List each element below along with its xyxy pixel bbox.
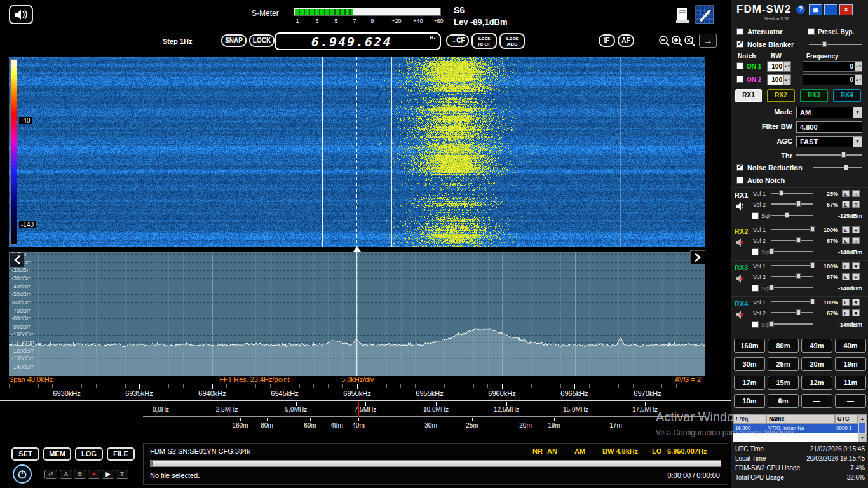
band-button-spare1[interactable]: — — [801, 394, 832, 408]
ruler-band-label[interactable]: 160m — [232, 422, 248, 429]
memory-row-selected[interactable]: 16.300 VTX1 Indian Na 0000 1 — [733, 424, 858, 433]
notch2-freq-spinner[interactable]: 0 ▲▼ — [803, 74, 862, 85]
record-button[interactable]: ● — [88, 470, 100, 479]
window-restore-button[interactable]: ▣ — [809, 4, 822, 15]
noise-blanker-slider[interactable] — [809, 41, 862, 48]
rx4-vol1-slider[interactable] — [771, 298, 813, 305]
snap-button[interactable]: SNAP — [221, 34, 247, 47]
marker-a-button[interactable]: A — [60, 470, 72, 479]
zoom-out-button[interactable] — [658, 35, 670, 47]
attenuator-checkbox[interactable] — [736, 28, 743, 35]
band-button-6m[interactable]: 6m — [768, 394, 799, 408]
rx1-vol2-right-button[interactable]: R — [852, 201, 860, 208]
full-span-ruler[interactable]: 0,0Hz 2,5MHz 5,0MHz 7,5MHz 10,0MHz 12,5M… — [0, 400, 731, 440]
notch1-freq-spinner[interactable]: 0 ▲▼ — [803, 61, 862, 72]
help-button[interactable]: ? — [796, 5, 805, 14]
zoom-reset-button[interactable] — [684, 35, 696, 47]
tab-rx2[interactable]: RX2 — [767, 89, 795, 102]
waterfall-settings-button[interactable] — [695, 5, 714, 24]
chevron-down-icon[interactable]: ▼ — [853, 107, 862, 118]
rx1-sql-checkbox[interactable] — [752, 212, 759, 219]
notch1-freq-arrows[interactable]: ▲▼ — [855, 62, 862, 71]
rx4-vol2-slider[interactable] — [771, 309, 813, 316]
rx1-vol2-left-button[interactable]: L — [842, 201, 850, 208]
filter-bw-select[interactable]: 4.800 — [796, 121, 862, 133]
auto-notch-checkbox[interactable] — [736, 177, 743, 184]
rx2-vol2-slider[interactable] — [771, 236, 813, 243]
notch2-checkbox[interactable] — [736, 76, 743, 83]
col-header-freq[interactable]: Freq — [733, 414, 766, 424]
to-cf-button[interactable]: →CF — [446, 34, 469, 47]
tab-rx1[interactable]: RX1 — [735, 89, 762, 102]
rx3-left-button[interactable]: L — [842, 262, 850, 269]
ruler-band-label[interactable]: 49m — [330, 422, 342, 429]
noise-reduction-slider[interactable] — [813, 164, 862, 171]
rx3-vol2-left-button[interactable]: L — [842, 273, 850, 280]
next-arrow-button[interactable]: → — [699, 34, 717, 48]
file-button[interactable]: FILE — [107, 447, 135, 461]
rx2-vol1-slider[interactable] — [771, 226, 813, 233]
ruler-band-label[interactable]: 30m — [424, 422, 437, 429]
ruler-band-label[interactable]: 20m — [519, 422, 531, 429]
ruler-band-label[interactable]: 80m — [261, 422, 273, 429]
band-button-17m[interactable]: 17m — [734, 376, 765, 390]
af-button[interactable]: AF — [618, 34, 634, 47]
rx3-vol2-right-button[interactable]: R — [852, 273, 860, 280]
lock-abs-button[interactable]: Lock ABS — [499, 33, 525, 49]
notch1-bw-spinner[interactable]: 100 ▲▼ — [767, 61, 791, 72]
rx4-vol2-left-button[interactable]: L — [842, 309, 850, 316]
band-button-10m[interactable]: 10m — [734, 394, 765, 408]
zoom-in-button[interactable] — [671, 35, 683, 47]
rx2-left-button[interactable]: L — [842, 226, 850, 233]
rx1-vol2-slider[interactable] — [771, 200, 813, 207]
band-button-12m[interactable]: 12m — [801, 376, 832, 390]
set-button[interactable]: SET — [11, 447, 39, 461]
rx2-right-button[interactable]: R — [852, 226, 860, 233]
ruler-band-label[interactable]: 60m — [304, 422, 316, 429]
scroll-down-icon[interactable]: ▼ — [858, 434, 866, 442]
col-header-utc[interactable]: UTC — [835, 414, 858, 424]
notch1-bw-arrows[interactable]: ▲▼ — [783, 62, 790, 71]
rx4-sql-checkbox[interactable] — [752, 321, 759, 328]
notch1-checkbox[interactable] — [736, 62, 743, 69]
rx2-sql-slider[interactable] — [771, 248, 813, 255]
window-minimize-button[interactable]: — — [824, 4, 837, 15]
tab-rx3[interactable]: RX3 — [800, 89, 828, 102]
band-button-160m[interactable]: 160m — [734, 339, 765, 353]
mode-select[interactable]: AM ▼ — [796, 107, 862, 118]
rx3-vol1-slider[interactable] — [771, 262, 813, 269]
log-button[interactable]: LOG — [75, 447, 103, 461]
band-button-11m[interactable]: 11m — [835, 376, 866, 390]
rx1-sql-slider[interactable] — [771, 212, 813, 219]
ruler-band-label[interactable]: 19m — [548, 422, 560, 429]
rx3-sql-slider[interactable] — [771, 284, 813, 291]
rx4-vol2-right-button[interactable]: R — [852, 309, 860, 316]
memory-table[interactable]: Freq Name UTC 16.300 VTX1 Indian Na 0000… — [733, 414, 867, 442]
tab-rx4[interactable]: RX4 — [833, 89, 861, 102]
loop-button[interactable]: ⇄ — [44, 470, 57, 479]
waterfall-canvas[interactable] — [9, 57, 705, 247]
rx4-right-button[interactable]: R — [852, 299, 860, 306]
rx1-right-button[interactable]: R — [852, 190, 860, 197]
frequency-scale[interactable]: 6930kHz 6935kHz 6940kHz 6945kHz 6950kHz … — [9, 384, 705, 400]
ruler-band-label[interactable]: 17m — [609, 422, 621, 429]
ruler-band-label[interactable]: 40m — [352, 422, 364, 429]
band-button-spare2[interactable]: — — [835, 394, 866, 408]
noise-blanker-checkbox[interactable] — [736, 41, 743, 48]
spectrum-canvas[interactable] — [9, 252, 705, 376]
col-header-name[interactable]: Name — [766, 414, 835, 424]
mem-button[interactable]: MEM — [43, 447, 71, 461]
play-button[interactable]: ▶ — [102, 470, 114, 479]
notch2-bw-spinner[interactable]: 100 ▲▼ — [767, 74, 791, 85]
presel-byp-checkbox[interactable] — [808, 28, 815, 35]
table-scrollbar[interactable]: ▲ ▼ — [858, 414, 867, 442]
lock-to-cf-button[interactable]: Lock To CF — [471, 33, 497, 49]
band-button-49m[interactable]: 49m — [801, 339, 832, 353]
pan-right-button[interactable] — [690, 250, 705, 264]
rx1-vol1-slider[interactable] — [771, 189, 813, 196]
band-button-20m[interactable]: 20m — [801, 357, 832, 371]
if-button[interactable]: IF — [599, 34, 615, 47]
agc-select[interactable]: FAST ▼ — [796, 136, 862, 147]
scroll-up-icon[interactable]: ▲ — [858, 415, 866, 423]
notch2-bw-arrows[interactable]: ▲▼ — [783, 75, 790, 85]
